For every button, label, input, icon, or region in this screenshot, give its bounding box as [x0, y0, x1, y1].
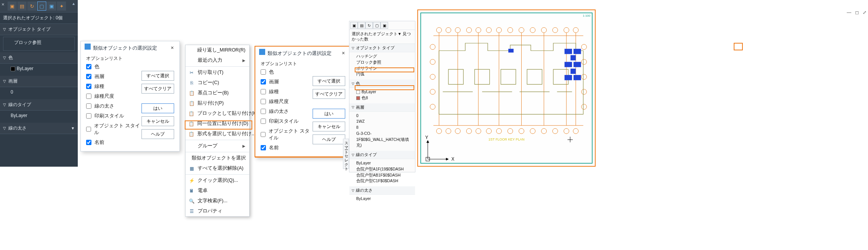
section-color[interactable]: ▽ 色: [0, 52, 78, 64]
list-item[interactable]: 色8: [356, 95, 413, 101]
option-row[interactable]: 印刷スタイル: [86, 112, 142, 119]
section-object-type[interactable]: ▽オブジェクト タイプ: [349, 44, 415, 52]
close-icon[interactable]: ×: [2, 2, 5, 7]
menu-item[interactable]: 類似オブジェクトを選択: [186, 153, 249, 163]
menu-item[interactable]: 🔍文字検索(F)...: [186, 196, 249, 206]
select-similar-icon[interactable]: ▣: [381, 22, 388, 29]
menu-item[interactable]: ⚡クイック選択(Q)...: [186, 175, 249, 186]
section-color[interactable]: ▽色: [349, 80, 415, 88]
option-checkbox[interactable]: [86, 127, 91, 132]
option-checkbox[interactable]: [261, 145, 266, 150]
section-linetype[interactable]: ▽線のタイプ: [349, 151, 415, 159]
filter-deselect-icon[interactable]: ▤: [17, 2, 27, 11]
close-button[interactable]: ×: [340, 50, 347, 56]
menu-item[interactable]: ✂切り取り(T): [186, 67, 249, 78]
menu-item[interactable]: 🖩電卓: [186, 186, 249, 196]
option-checkbox[interactable]: [261, 89, 266, 94]
list-item[interactable]: 合院户型C1F$0$DASH: [356, 178, 413, 184]
restore-icon[interactable]: ◻: [855, 10, 859, 15]
yes-button[interactable]: はい: [142, 103, 174, 113]
filter-icon[interactable]: ▤: [358, 22, 365, 29]
list-item[interactable]: ポリライン: [356, 66, 413, 72]
section-layer[interactable]: ▽画層: [349, 103, 415, 112]
help-button[interactable]: ヘルプ: [313, 134, 345, 144]
reset-icon[interactable]: ↻: [27, 2, 36, 11]
list-item[interactable]: ブロック参照: [356, 59, 413, 66]
menu-item[interactable]: 📋形式を選択して貼り付け...: [186, 129, 249, 139]
option-row[interactable]: 線種尺度: [86, 93, 142, 100]
menu-item[interactable]: 📋ブロックとして貼り付け(K): [186, 108, 249, 119]
option-checkbox[interactable]: [86, 113, 91, 119]
option-checkbox[interactable]: [261, 119, 266, 124]
reset-icon[interactable]: ↻: [365, 22, 373, 29]
option-row[interactable]: 線の太さ: [261, 108, 313, 115]
option-checkbox[interactable]: [261, 69, 266, 75]
list-item[interactable]: ByLayer: [356, 160, 413, 166]
option-row[interactable]: 線種尺度: [261, 98, 313, 105]
list-item[interactable]: 0: [356, 113, 413, 119]
option-row[interactable]: 印刷スタイル: [261, 118, 313, 125]
section-lineweight[interactable]: ▽線の太さ: [349, 186, 415, 195]
menu-item[interactable]: グループ▶: [186, 141, 249, 151]
clear-all-button[interactable]: すべてクリア: [313, 89, 345, 99]
max-icon[interactable]: ⤢: [863, 10, 866, 15]
list-item[interactable]: ハッチング: [356, 53, 413, 59]
option-row[interactable]: 線種: [261, 88, 313, 95]
option-checkbox[interactable]: [86, 64, 91, 69]
select-similar2-icon[interactable]: ▣: [47, 2, 56, 11]
clear-all-button[interactable]: すべてクリア: [142, 84, 174, 94]
list-item[interactable]: 合院户型A1F(19$0$DASH: [356, 166, 413, 172]
option-row[interactable]: オブジェクト スタイル: [261, 128, 313, 141]
option-row[interactable]: 名前: [86, 139, 142, 146]
filter-select-icon[interactable]: ▣: [8, 2, 17, 11]
menu-item[interactable]: 📋基点コピー(B): [186, 88, 249, 98]
section-object-type[interactable]: ▽ オブジェクト タイプ ▲: [0, 24, 78, 35]
option-row[interactable]: 色: [86, 63, 142, 70]
menu-item[interactable]: ⎘コピー(C): [186, 78, 249, 88]
option-row[interactable]: 画層: [86, 73, 142, 80]
option-checkbox[interactable]: [261, 132, 266, 137]
option-checkbox[interactable]: [261, 99, 266, 104]
menu-item[interactable]: ▦すべてを選択解除(A): [186, 163, 249, 173]
list-item[interactable]: G-3-CO-1F$0$G_WALL_HATCH(墙填充): [356, 131, 413, 148]
option-checkbox[interactable]: [86, 94, 91, 99]
menu-item[interactable]: 最近の入力▶: [186, 55, 249, 66]
cancel-button[interactable]: キャンセル: [313, 122, 345, 131]
option-row[interactable]: 画層: [261, 78, 313, 85]
section-linetype[interactable]: ▽ 線のタイプ: [0, 99, 78, 111]
select-similar-icon[interactable]: ▢: [37, 2, 46, 11]
menu-item[interactable]: 📋同一位置に貼り付け(D): [186, 119, 249, 129]
smart-select-side-tab[interactable]: スマートセレクト: [343, 139, 349, 169]
help-button[interactable]: ヘルプ: [142, 129, 174, 139]
option-checkbox[interactable]: [86, 74, 91, 79]
close-button[interactable]: ×: [169, 44, 176, 51]
list-item[interactable]: 合院户型AB1F$0$DASH: [356, 172, 413, 178]
yes-button[interactable]: はい: [313, 109, 345, 119]
option-checkbox[interactable]: [261, 79, 266, 84]
option-checkbox[interactable]: [261, 109, 266, 114]
option-row[interactable]: 名前: [261, 144, 313, 151]
menu-item[interactable]: ☰プロパティ: [186, 206, 249, 216]
settings-icon[interactable]: ✦: [57, 2, 66, 11]
option-checkbox[interactable]: [86, 84, 91, 89]
min-icon[interactable]: —: [847, 10, 851, 15]
list-item[interactable]: 1WZ: [356, 119, 413, 125]
option-row[interactable]: オブジェクト スタイル: [86, 122, 142, 136]
option-checkbox[interactable]: [86, 103, 91, 109]
option-row[interactable]: 色: [261, 69, 313, 75]
section-lineweight[interactable]: ▽ 線の太さ ▼: [0, 123, 78, 134]
menu-item[interactable]: 📋貼り付け(P): [186, 98, 249, 108]
select-icon[interactable]: ▢: [373, 22, 381, 29]
option-checkbox[interactable]: [86, 140, 91, 145]
option-row[interactable]: 線種: [86, 83, 142, 90]
section-layer[interactable]: ▽ 画層: [0, 76, 78, 87]
select-all-button[interactable]: すべて選択: [142, 71, 174, 81]
list-item[interactable]: 円弧: [356, 71, 413, 77]
cancel-button[interactable]: キャンセル: [142, 116, 174, 126]
menu-item[interactable]: 繰り返し_MIRROR(R): [186, 45, 249, 55]
list-item[interactable]: ByLayer: [356, 89, 413, 95]
option-row[interactable]: 線の太さ: [86, 103, 142, 109]
list-item[interactable]: ByLayer: [356, 196, 413, 202]
list-item[interactable]: 8: [356, 125, 413, 131]
select-all-button[interactable]: すべて選択: [313, 76, 345, 86]
